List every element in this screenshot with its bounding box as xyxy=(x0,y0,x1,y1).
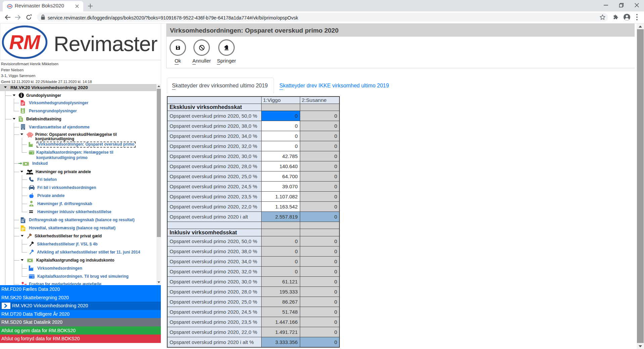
svg-text:RM: RM xyxy=(9,31,41,53)
